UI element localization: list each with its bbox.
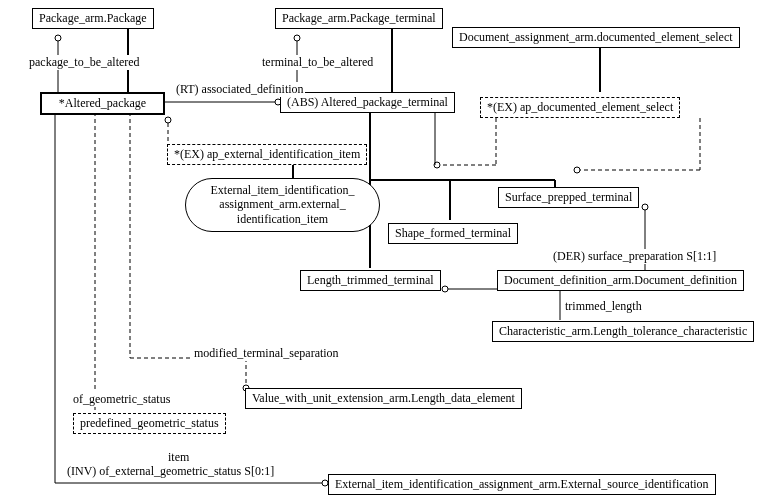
node-external-source-identification: External_item_identification_assignment_… (328, 474, 716, 495)
node-altered-package: *Altered_package (40, 92, 165, 115)
label-package-to-be-altered: package_to_be_altered (28, 55, 141, 70)
label-trimmed-length: trimmed_length (564, 299, 643, 314)
node-ex-ap-documented-element-select: *(EX) ap_documented_element_select (480, 97, 680, 118)
node-predefined-geometric-status: predefined_geometric_status (73, 413, 226, 434)
label-item: item (167, 450, 190, 465)
node-package-arm-package: Package_arm.Package (32, 8, 154, 29)
svg-point-13 (574, 167, 580, 173)
node-length-tolerance-characteristic: Characteristic_arm.Length_tolerance_char… (492, 321, 754, 342)
node-surface-prepped-terminal: Surface_prepped_terminal (498, 187, 639, 208)
node-ex-ap-external-identification-item: *(EX) ap_external_identification_item (167, 144, 367, 165)
node-shape-formed-terminal: Shape_formed_terminal (388, 223, 518, 244)
svg-point-3 (294, 35, 300, 41)
node-abs-altered-package-terminal: (ABS) Altered_package_terminal (280, 92, 455, 113)
label-terminal-to-be-altered: terminal_to_be_altered (261, 55, 374, 70)
svg-point-16 (165, 117, 171, 123)
node-external-item-identification-item: External_item_identification_ assignment… (185, 178, 380, 232)
label-modified-terminal-separation: modified_terminal_separation (193, 346, 340, 361)
node-length-data-element: Value_with_unit_extension_arm.Length_dat… (245, 388, 522, 409)
label-of-geometric-status: of_geometric_status (72, 392, 171, 407)
svg-point-26 (442, 286, 448, 292)
node-package-arm-package-terminal: Package_arm.Package_terminal (275, 8, 443, 29)
label-rt-associated-definition: (RT) associated_definition (175, 82, 305, 97)
svg-point-0 (55, 35, 61, 41)
svg-point-24 (642, 204, 648, 210)
node-document-definition: Document_definition_arm.Document_definit… (497, 270, 744, 291)
label-inv-of-external-geometric-status: (INV) of_external_geometric_status S[0:1… (66, 464, 275, 479)
node-documented-element-select: Document_assignment_arm.documented_eleme… (452, 27, 740, 48)
label-der-surface-preparation: (DER) surface_preparation S[1:1] (552, 249, 717, 264)
node-length-trimmed-terminal: Length_trimmed_terminal (300, 270, 441, 291)
svg-point-9 (434, 162, 440, 168)
